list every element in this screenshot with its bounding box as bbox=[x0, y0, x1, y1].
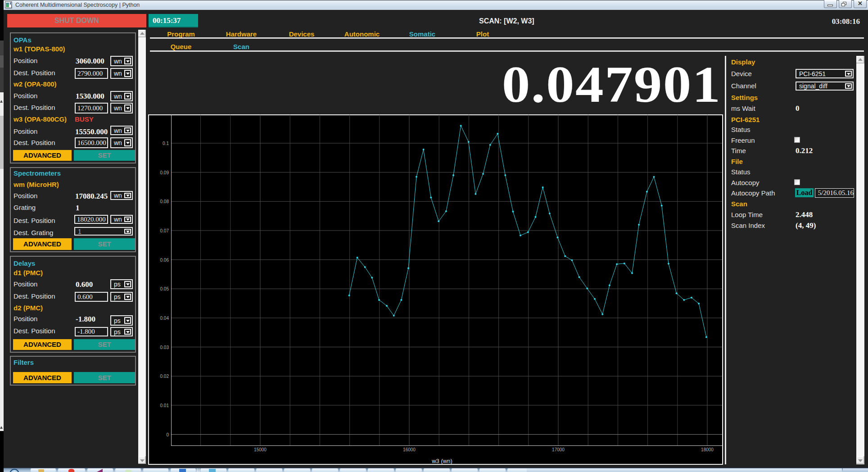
svg-text:0.06: 0.06 bbox=[160, 258, 169, 263]
svg-text:18000: 18000 bbox=[701, 447, 714, 452]
svg-text:15000: 15000 bbox=[254, 447, 267, 452]
svg-text:0.08: 0.08 bbox=[160, 199, 169, 204]
svg-text:17000: 17000 bbox=[552, 447, 565, 452]
svg-text:16000: 16000 bbox=[403, 447, 416, 452]
svg-text:0.02: 0.02 bbox=[160, 374, 169, 379]
svg-text:0.09: 0.09 bbox=[160, 170, 169, 175]
svg-text:0.07: 0.07 bbox=[160, 228, 169, 233]
svg-text:0: 0 bbox=[166, 432, 169, 437]
svg-text:0.01: 0.01 bbox=[160, 403, 169, 408]
svg-text:0.05: 0.05 bbox=[160, 286, 169, 291]
svg-text:0.1: 0.1 bbox=[163, 141, 169, 146]
svg-text:0.04: 0.04 bbox=[160, 316, 169, 321]
svg-text:w3 (wn): w3 (wn) bbox=[431, 458, 452, 464]
svg-text:0.03: 0.03 bbox=[160, 345, 169, 350]
